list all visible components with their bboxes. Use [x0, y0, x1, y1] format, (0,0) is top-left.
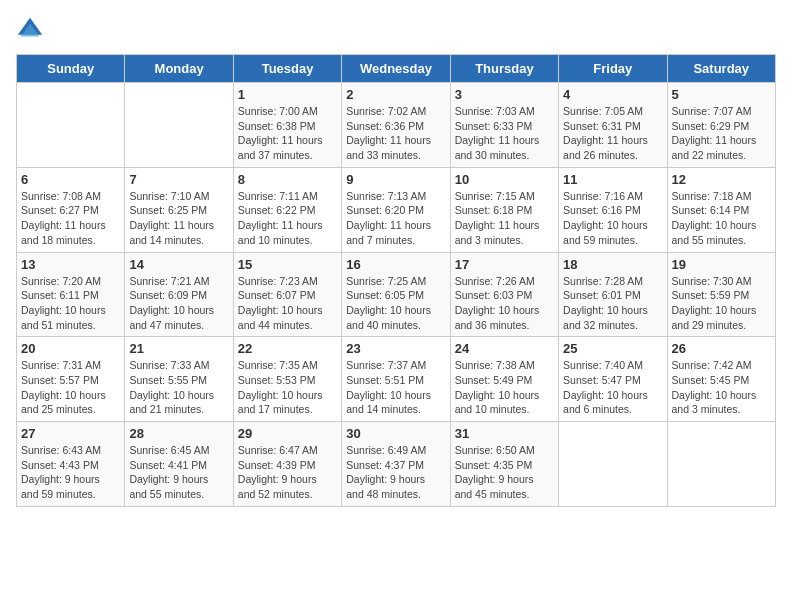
day-number: 30: [346, 426, 445, 441]
day-info: Sunrise: 7:13 AM Sunset: 6:20 PM Dayligh…: [346, 189, 445, 248]
calendar-cell: 12Sunrise: 7:18 AM Sunset: 6:14 PM Dayli…: [667, 167, 775, 252]
day-number: 4: [563, 87, 662, 102]
page-header: [16, 16, 776, 44]
calendar-cell: 15Sunrise: 7:23 AM Sunset: 6:07 PM Dayli…: [233, 252, 341, 337]
header-cell-saturday: Saturday: [667, 55, 775, 83]
day-info: Sunrise: 7:08 AM Sunset: 6:27 PM Dayligh…: [21, 189, 120, 248]
day-info: Sunrise: 6:49 AM Sunset: 4:37 PM Dayligh…: [346, 443, 445, 502]
day-number: 29: [238, 426, 337, 441]
day-info: Sunrise: 7:02 AM Sunset: 6:36 PM Dayligh…: [346, 104, 445, 163]
day-info: Sunrise: 7:31 AM Sunset: 5:57 PM Dayligh…: [21, 358, 120, 417]
day-info: Sunrise: 7:42 AM Sunset: 5:45 PM Dayligh…: [672, 358, 771, 417]
day-info: Sunrise: 7:05 AM Sunset: 6:31 PM Dayligh…: [563, 104, 662, 163]
day-info: Sunrise: 7:40 AM Sunset: 5:47 PM Dayligh…: [563, 358, 662, 417]
day-info: Sunrise: 6:43 AM Sunset: 4:43 PM Dayligh…: [21, 443, 120, 502]
calendar-cell: 23Sunrise: 7:37 AM Sunset: 5:51 PM Dayli…: [342, 337, 450, 422]
calendar-cell: 22Sunrise: 7:35 AM Sunset: 5:53 PM Dayli…: [233, 337, 341, 422]
day-info: Sunrise: 7:18 AM Sunset: 6:14 PM Dayligh…: [672, 189, 771, 248]
calendar-cell: 30Sunrise: 6:49 AM Sunset: 4:37 PM Dayli…: [342, 422, 450, 507]
calendar-cell: 8Sunrise: 7:11 AM Sunset: 6:22 PM Daylig…: [233, 167, 341, 252]
calendar-cell: 27Sunrise: 6:43 AM Sunset: 4:43 PM Dayli…: [17, 422, 125, 507]
day-info: Sunrise: 7:10 AM Sunset: 6:25 PM Dayligh…: [129, 189, 228, 248]
calendar-cell: 25Sunrise: 7:40 AM Sunset: 5:47 PM Dayli…: [559, 337, 667, 422]
day-number: 25: [563, 341, 662, 356]
calendar-cell: 20Sunrise: 7:31 AM Sunset: 5:57 PM Dayli…: [17, 337, 125, 422]
calendar-table: SundayMondayTuesdayWednesdayThursdayFrid…: [16, 54, 776, 507]
day-number: 19: [672, 257, 771, 272]
day-info: Sunrise: 6:45 AM Sunset: 4:41 PM Dayligh…: [129, 443, 228, 502]
day-info: Sunrise: 7:15 AM Sunset: 6:18 PM Dayligh…: [455, 189, 554, 248]
calendar-cell: 16Sunrise: 7:25 AM Sunset: 6:05 PM Dayli…: [342, 252, 450, 337]
day-number: 20: [21, 341, 120, 356]
day-number: 24: [455, 341, 554, 356]
day-number: 1: [238, 87, 337, 102]
day-number: 22: [238, 341, 337, 356]
calendar-cell: 29Sunrise: 6:47 AM Sunset: 4:39 PM Dayli…: [233, 422, 341, 507]
calendar-cell: 1Sunrise: 7:00 AM Sunset: 6:38 PM Daylig…: [233, 83, 341, 168]
day-info: Sunrise: 7:20 AM Sunset: 6:11 PM Dayligh…: [21, 274, 120, 333]
day-info: Sunrise: 7:38 AM Sunset: 5:49 PM Dayligh…: [455, 358, 554, 417]
calendar-cell: [125, 83, 233, 168]
day-number: 31: [455, 426, 554, 441]
calendar-week-1: 6Sunrise: 7:08 AM Sunset: 6:27 PM Daylig…: [17, 167, 776, 252]
day-info: Sunrise: 7:23 AM Sunset: 6:07 PM Dayligh…: [238, 274, 337, 333]
day-number: 23: [346, 341, 445, 356]
calendar-cell: 14Sunrise: 7:21 AM Sunset: 6:09 PM Dayli…: [125, 252, 233, 337]
logo-icon: [16, 16, 44, 44]
day-number: 27: [21, 426, 120, 441]
calendar-cell: 7Sunrise: 7:10 AM Sunset: 6:25 PM Daylig…: [125, 167, 233, 252]
logo: [16, 16, 48, 44]
day-info: Sunrise: 7:33 AM Sunset: 5:55 PM Dayligh…: [129, 358, 228, 417]
calendar-cell: 18Sunrise: 7:28 AM Sunset: 6:01 PM Dayli…: [559, 252, 667, 337]
day-info: Sunrise: 7:03 AM Sunset: 6:33 PM Dayligh…: [455, 104, 554, 163]
header-cell-tuesday: Tuesday: [233, 55, 341, 83]
header-cell-friday: Friday: [559, 55, 667, 83]
day-info: Sunrise: 7:30 AM Sunset: 5:59 PM Dayligh…: [672, 274, 771, 333]
day-number: 2: [346, 87, 445, 102]
calendar-cell: 4Sunrise: 7:05 AM Sunset: 6:31 PM Daylig…: [559, 83, 667, 168]
calendar-cell: 6Sunrise: 7:08 AM Sunset: 6:27 PM Daylig…: [17, 167, 125, 252]
calendar-cell: 2Sunrise: 7:02 AM Sunset: 6:36 PM Daylig…: [342, 83, 450, 168]
day-number: 13: [21, 257, 120, 272]
calendar-week-0: 1Sunrise: 7:00 AM Sunset: 6:38 PM Daylig…: [17, 83, 776, 168]
day-info: Sunrise: 7:11 AM Sunset: 6:22 PM Dayligh…: [238, 189, 337, 248]
day-info: Sunrise: 6:50 AM Sunset: 4:35 PM Dayligh…: [455, 443, 554, 502]
day-number: 5: [672, 87, 771, 102]
calendar-week-2: 13Sunrise: 7:20 AM Sunset: 6:11 PM Dayli…: [17, 252, 776, 337]
day-info: Sunrise: 7:21 AM Sunset: 6:09 PM Dayligh…: [129, 274, 228, 333]
calendar-cell: 24Sunrise: 7:38 AM Sunset: 5:49 PM Dayli…: [450, 337, 558, 422]
day-info: Sunrise: 7:07 AM Sunset: 6:29 PM Dayligh…: [672, 104, 771, 163]
calendar-cell: 17Sunrise: 7:26 AM Sunset: 6:03 PM Dayli…: [450, 252, 558, 337]
calendar-cell: 31Sunrise: 6:50 AM Sunset: 4:35 PM Dayli…: [450, 422, 558, 507]
day-number: 7: [129, 172, 228, 187]
day-info: Sunrise: 7:00 AM Sunset: 6:38 PM Dayligh…: [238, 104, 337, 163]
day-number: 6: [21, 172, 120, 187]
day-number: 16: [346, 257, 445, 272]
day-number: 21: [129, 341, 228, 356]
day-number: 28: [129, 426, 228, 441]
calendar-cell: 9Sunrise: 7:13 AM Sunset: 6:20 PM Daylig…: [342, 167, 450, 252]
calendar-cell: 11Sunrise: 7:16 AM Sunset: 6:16 PM Dayli…: [559, 167, 667, 252]
calendar-cell: [17, 83, 125, 168]
day-info: Sunrise: 6:47 AM Sunset: 4:39 PM Dayligh…: [238, 443, 337, 502]
calendar-cell: 26Sunrise: 7:42 AM Sunset: 5:45 PM Dayli…: [667, 337, 775, 422]
day-number: 14: [129, 257, 228, 272]
calendar-week-4: 27Sunrise: 6:43 AM Sunset: 4:43 PM Dayli…: [17, 422, 776, 507]
calendar-cell: 3Sunrise: 7:03 AM Sunset: 6:33 PM Daylig…: [450, 83, 558, 168]
calendar-cell: 10Sunrise: 7:15 AM Sunset: 6:18 PM Dayli…: [450, 167, 558, 252]
day-number: 26: [672, 341, 771, 356]
day-number: 17: [455, 257, 554, 272]
day-number: 10: [455, 172, 554, 187]
calendar-cell: 19Sunrise: 7:30 AM Sunset: 5:59 PM Dayli…: [667, 252, 775, 337]
day-info: Sunrise: 7:26 AM Sunset: 6:03 PM Dayligh…: [455, 274, 554, 333]
day-number: 3: [455, 87, 554, 102]
day-info: Sunrise: 7:37 AM Sunset: 5:51 PM Dayligh…: [346, 358, 445, 417]
day-number: 9: [346, 172, 445, 187]
day-number: 11: [563, 172, 662, 187]
header-cell-monday: Monday: [125, 55, 233, 83]
header-cell-thursday: Thursday: [450, 55, 558, 83]
calendar-cell: [667, 422, 775, 507]
day-info: Sunrise: 7:28 AM Sunset: 6:01 PM Dayligh…: [563, 274, 662, 333]
calendar-cell: [559, 422, 667, 507]
day-info: Sunrise: 7:25 AM Sunset: 6:05 PM Dayligh…: [346, 274, 445, 333]
